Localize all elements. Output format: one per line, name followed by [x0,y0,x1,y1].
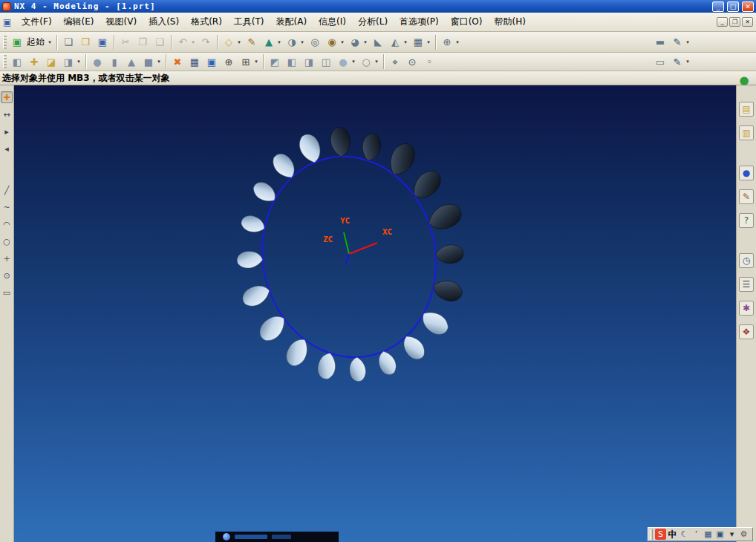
menu-preferences[interactable]: 首选项(P) [394,13,445,31]
maximize-button[interactable]: □ [727,1,739,12]
hole-button[interactable]: ◎ [307,34,323,50]
doc-close-button[interactable]: ✕ [742,17,753,27]
graphics-viewport[interactable]: YC XC ZC [14,85,736,542]
history-palette-button[interactable]: ◷ [739,253,754,268]
edge-blend-button[interactable]: ◕▾ [347,34,369,50]
help-button[interactable]: ? [739,213,754,228]
cut-button[interactable]: ✂ [117,34,134,50]
view-front-button[interactable]: ◧ [284,53,300,70]
doc-restore-button[interactable]: ❐ [729,17,740,27]
point-constructor-button[interactable]: ◪ [43,53,59,70]
ime-sogou-icon[interactable]: S [655,529,666,540]
lang-chinese-icon[interactable]: 中 [667,529,678,540]
save-part-button[interactable]: ▣ [94,34,111,50]
prompt-bar: 选择对象并使用 MB3，或者双击某一对象 [0,71,756,85]
menu-edit[interactable]: 编辑(E) [58,13,100,31]
open-part-button[interactable]: ❒ [77,34,94,50]
menu-analysis[interactable]: 分析(L) [352,13,394,31]
menu-format[interactable]: 格式(R) [185,13,228,31]
assembly-navigator-button[interactable]: ▤ [739,102,754,117]
toolbar-gripper[interactable] [3,36,7,49]
menu-file[interactable]: 文件(F) [16,13,57,31]
trim-body-button[interactable]: ◭▾ [387,34,409,50]
arc-tool-button[interactable]: ◠ [1,218,13,230]
delete-object-button[interactable]: ✖ [169,53,186,70]
redo-button[interactable]: ↷ [198,34,214,50]
toolbar-gripper[interactable] [3,55,7,68]
point-tool-button[interactable]: + [1,252,13,264]
style-pen-button[interactable]: ✎▾ [669,53,691,70]
view-trimetric-button[interactable]: ◩ [267,53,283,70]
snap-midpoint-button[interactable]: ◦ [421,53,437,70]
menu-help[interactable]: 帮助(H) [489,13,532,31]
ime-mode-icon[interactable]: ☾ [679,529,690,540]
measure-distance-button[interactable]: ⊕▾ [439,34,461,50]
spline-tool-button[interactable]: ~ [1,201,13,213]
copy-button[interactable]: ❐ [134,34,151,50]
circle-tool-button[interactable]: ○ [1,235,13,247]
revolve-button[interactable]: ◑▾ [284,34,306,50]
menu-window[interactable]: 窗口(O) [445,13,489,31]
start-button[interactable]: ▣起始▾ [9,34,53,50]
grid-display-button[interactable]: ▦ [186,53,203,70]
sphere-tool-button[interactable]: ● [89,53,105,70]
block-tool-button[interactable]: ■▾ [140,53,163,70]
toolbar-separator [114,35,114,50]
sketch-button[interactable]: ✎ [244,34,260,50]
snap-intersection-button[interactable]: ⊙ [404,53,420,70]
paste-button[interactable]: ❑ [151,34,168,50]
point-constructor-icon: ◪ [44,54,59,69]
menu-insert[interactable]: 插入(S) [143,13,185,31]
wireframe-display-button[interactable]: ○▾ [358,53,380,70]
user-groups-button[interactable]: ❖ [739,324,754,339]
expand-right-button[interactable]: ▸ [1,125,13,137]
plane-tool-button[interactable]: ◨▾ [60,53,82,70]
langbar-tools-icon[interactable]: ⚙ [738,529,749,540]
resource-home-icon[interactable]: ● [737,74,751,87]
view-top-button[interactable]: ◨ [301,53,317,70]
chamfer-button[interactable]: ◣ [370,34,386,50]
undo-button[interactable]: ↶▾ [175,34,197,50]
annotation-pen-button[interactable]: ✎▾ [669,34,691,50]
target-point-button[interactable]: ⊙ [1,270,13,281]
ime-toolbar-icon[interactable]: ▣ [714,529,726,540]
line-tool-button[interactable]: ╱ [1,184,13,196]
langbar-options-icon[interactable]: ▾ [726,529,737,540]
menu-tools[interactable]: 工具(T) [228,13,270,31]
internet-browser-button[interactable]: ● [739,166,754,180]
menu-information[interactable]: 信息(I) [313,13,352,31]
cylinder-tool-button[interactable]: ▮ [106,53,123,70]
punctuation-mode-icon[interactable]: ’ [691,529,702,540]
instance-feature-button[interactable]: ▦▾ [410,34,432,50]
shaded-display-button[interactable]: ●▾ [335,53,357,70]
fit-view-button[interactable]: ⊞▾ [238,53,260,70]
langbar-gripper[interactable] [650,529,653,540]
window-select-button[interactable]: ▣ [203,53,220,70]
extrude-button[interactable]: ▲▾ [261,34,283,50]
pan-arrows-button[interactable]: ↔ [1,108,13,120]
snap-point-button[interactable]: ⌖ [387,53,403,70]
soft-keyboard-icon[interactable]: ▦ [703,529,714,540]
selection-filter-button[interactable]: ✚ [1,91,13,103]
rectangle-tool-button[interactable]: ▭ [1,287,13,298]
datum-csys-button[interactable]: ✚ [26,53,42,70]
doc-minimize-button[interactable]: _ [717,17,728,27]
ruler-tool-button[interactable]: ▭ [652,53,668,70]
details-panel-button[interactable]: ☰ [739,277,754,292]
zoom-view-button[interactable]: ⊕ [221,53,237,70]
cone-tool-button[interactable]: ▲ [123,53,140,70]
unite-button[interactable]: ◉▾ [324,34,346,50]
datum-plane-button[interactable]: ◇▾ [221,34,243,50]
close-button[interactable]: ✕ [742,1,754,12]
minimize-button[interactable]: _ [712,1,724,12]
orient-view-button[interactable]: ◧ [9,53,25,70]
new-part-button[interactable]: ❏ [60,34,76,50]
system-tools-button[interactable]: ✱ [739,301,754,316]
menu-view[interactable]: 视图(V) [100,13,143,31]
dock-toolbar-button[interactable]: ▬ [652,34,668,50]
view-isometric-button[interactable]: ◫ [318,53,334,70]
part-navigator-button[interactable]: ▥ [739,125,754,140]
menu-assemblies[interactable]: 装配(A) [270,13,313,31]
collapse-left-button[interactable]: ◂ [1,143,13,154]
materials-palette-button[interactable]: ✎ [739,189,754,204]
